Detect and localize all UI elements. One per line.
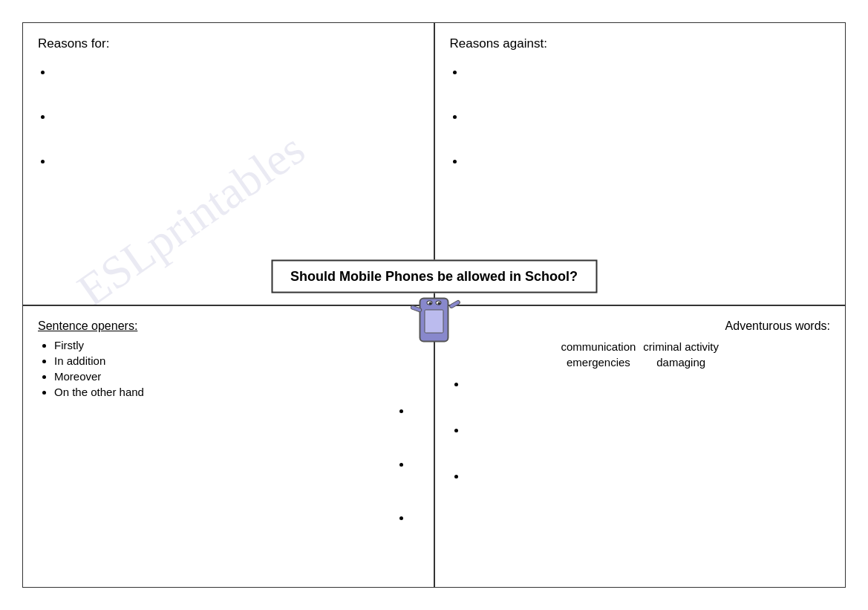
adventurous-bullets-list [450,377,831,482]
reasons-for-item-1 [53,66,419,77]
adv-bullet-2 [466,424,831,436]
opener-moreover: Moreover [54,370,419,383]
reasons-against-item-1 [465,66,831,77]
reasons-against-list [450,66,831,166]
reasons-against-item-3 [465,155,831,166]
page-container: ESLprintables .com Reasons for: Reasons … [0,0,868,610]
phone-eyes [421,300,448,305]
center-title-box: Should Mobile Phones be allowed in Schoo… [271,259,597,293]
word-column-right: criminal activity damaging [643,340,719,369]
phone-arm-left [410,304,422,312]
center-title-text: Should Mobile Phones be allowed in Schoo… [290,268,578,283]
opener-in-addition: In addition [54,354,419,367]
word-damaging: damaging [656,356,705,369]
phone-character [412,297,457,351]
word-emergencies: emergencies [567,356,630,369]
adv-bullet-1 [466,377,831,390]
word-criminal-activity: criminal activity [643,340,719,353]
center-overlay: Should Mobile Phones be allowed in Schoo… [271,259,597,351]
phone-arm-right [448,299,461,308]
phone-screen [425,309,444,333]
reasons-for-list [38,66,419,166]
reasons-for-item-2 [53,111,419,122]
adv-bullet-3 [466,470,831,482]
reasons-for-item-3 [53,155,419,166]
reasons-against-item-2 [465,111,831,122]
phone-body [420,297,449,342]
opener-on-the-other-hand: On the other hand [54,386,419,398]
phone-eye-left [427,300,433,305]
reasons-for-title: Reasons for: [38,36,419,51]
phone-eye-right [436,300,442,305]
reasons-against-title: Reasons against: [450,36,831,51]
